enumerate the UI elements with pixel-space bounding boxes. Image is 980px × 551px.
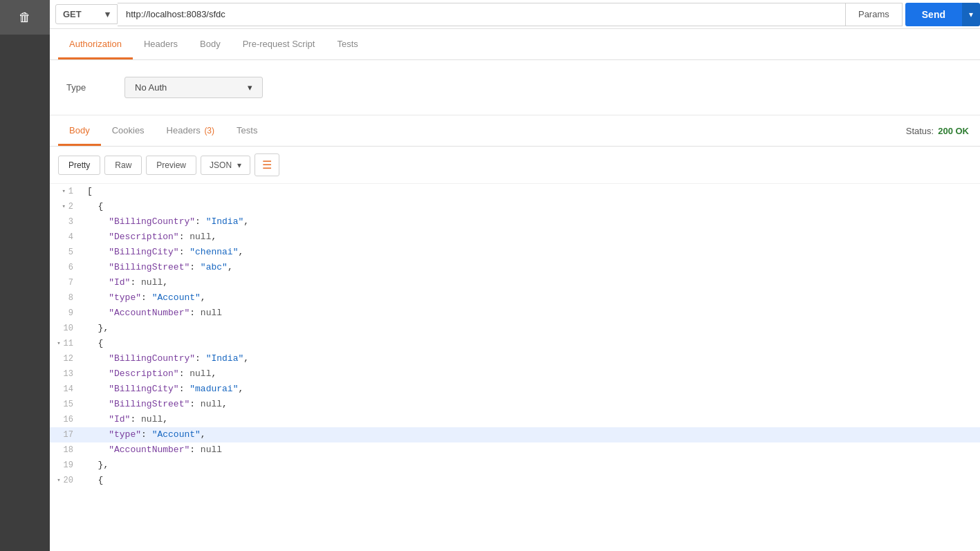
tab-body[interactable]: Body <box>189 29 232 59</box>
code-content-8: "type": "Account", <box>84 290 206 306</box>
code-line-1: ▾ 1 [ <box>50 184 980 199</box>
code-content-16: "Id": null, <box>84 412 168 427</box>
code-content-7: "Id": null, <box>84 275 168 290</box>
auth-type-value: No Auth <box>135 82 167 93</box>
line-number-13: 13 <box>50 366 84 382</box>
code-content-20: { <box>84 473 103 488</box>
status-value: 200 OK <box>938 126 969 136</box>
status-area: Status: 200 OK <box>906 126 980 136</box>
code-content-5: "BillingCity": "chennai", <box>84 245 243 260</box>
code-line-5: 5 "BillingCity": "chennai", <box>50 245 980 260</box>
tab-tests[interactable]: Tests <box>326 29 369 59</box>
res-tab-cookies[interactable]: Cookies <box>101 115 156 146</box>
line-number-2: ▾ 2 <box>50 199 84 214</box>
code-line-15: 15 "BillingStreet": null, <box>50 397 980 412</box>
status-label: Status: <box>906 126 934 136</box>
url-input[interactable] <box>118 3 846 26</box>
code-line-20: ▾ 20 { <box>50 473 980 488</box>
code-content-14: "BillingCity": "madurai", <box>84 382 243 397</box>
code-content-11: { <box>84 336 103 351</box>
send-group: Send ▾ <box>905 3 980 26</box>
send-dropdown-button[interactable]: ▾ <box>962 3 980 26</box>
code-line-12: 12 "BillingCountry": "India", <box>50 351 980 366</box>
method-value: GET <box>63 9 82 19</box>
request-tabs: Authorization Headers Body Pre-request S… <box>50 29 980 60</box>
code-area: ▾ 1 [ ▾ 2 { 3 "BillingCountry": "India",… <box>50 184 980 488</box>
res-tab-tests[interactable]: Tests <box>225 115 268 146</box>
code-line-13: 13 "Description": null, <box>50 366 980 382</box>
code-content-10: }, <box>84 321 109 336</box>
res-tab-headers-label: Headers <box>167 125 201 136</box>
code-content-4: "Description": null, <box>84 230 216 245</box>
code-line-18: 18 "AccountNumber": null <box>50 442 980 458</box>
auth-type-select[interactable]: No Auth ▾ <box>124 77 263 98</box>
line-number-14: 14 <box>50 382 84 397</box>
line-number-4: 4 <box>50 230 84 245</box>
tab-authorization[interactable]: Authorization <box>58 29 133 59</box>
pretty-button[interactable]: Pretty <box>58 156 100 175</box>
code-line-9: 9 "AccountNumber": null <box>50 306 980 321</box>
method-chevron-icon: ▾ <box>105 9 110 19</box>
line-number-7: 7 <box>50 275 84 290</box>
code-line-19: 19 }, <box>50 458 980 473</box>
code-line-4: 4 "Description": null, <box>50 230 980 245</box>
code-line-17: 17 "type": "Account", <box>50 427 980 442</box>
fold-icon-1[interactable]: ▾ <box>62 184 65 199</box>
line-number-3: 3 <box>50 214 84 230</box>
code-content-17: "type": "Account", <box>84 427 206 442</box>
wrap-icon: ☰ <box>262 158 272 171</box>
code-line-16: 16 "Id": null, <box>50 412 980 427</box>
code-line-6: 6 "BillingStreet": "abc", <box>50 260 980 275</box>
code-content-13: "Description": null, <box>84 366 216 382</box>
auth-row: Type No Auth ▾ <box>66 77 963 98</box>
wrap-button[interactable]: ☰ <box>255 153 279 176</box>
line-number-1: ▾ 1 <box>50 184 84 199</box>
format-chevron-icon: ▾ <box>237 160 241 170</box>
code-line-8: 8 "type": "Account", <box>50 290 980 306</box>
res-tab-body[interactable]: Body <box>58 115 101 146</box>
left-sidebar: 🗑 <box>0 0 50 488</box>
line-number-19: 19 <box>50 458 84 473</box>
line-number-5: 5 <box>50 245 84 260</box>
auth-section: Type No Auth ▾ <box>50 60 980 115</box>
fold-icon-11[interactable]: ▾ <box>57 336 60 351</box>
line-number-12: 12 <box>50 351 84 366</box>
top-bar: GET ▾ Params Send ▾ <box>50 0 980 29</box>
line-number-20: ▾ 20 <box>50 473 84 488</box>
line-number-9: 9 <box>50 306 84 321</box>
raw-button[interactable]: Raw <box>104 156 142 175</box>
line-number-10: 10 <box>50 321 84 336</box>
res-tab-headers[interactable]: Headers (3) <box>156 115 225 146</box>
line-number-16: 16 <box>50 412 84 427</box>
code-content-3: "BillingCountry": "India", <box>84 214 249 230</box>
fold-icon-2[interactable]: ▾ <box>62 199 65 214</box>
response-tabs: Body Cookies Headers (3) Tests Status: 2… <box>50 115 980 147</box>
code-content-1: [ <box>84 184 93 199</box>
code-line-3: 3 "BillingCountry": "India", <box>50 214 980 230</box>
tab-headers[interactable]: Headers <box>133 29 189 59</box>
code-content-18: "AccountNumber": null <box>84 442 222 458</box>
format-toolbar: Pretty Raw Preview JSON ▾ ☰ <box>50 147 980 184</box>
code-content-9: "AccountNumber": null <box>84 306 222 321</box>
params-button[interactable]: Params <box>846 3 903 26</box>
code-content-2: { <box>84 199 103 214</box>
code-content-6: "BillingStreet": "abc", <box>84 260 233 275</box>
fold-icon-20[interactable]: ▾ <box>57 473 60 488</box>
code-line-7: 7 "Id": null, <box>50 275 980 290</box>
trash-icon[interactable]: 🗑 <box>0 0 50 35</box>
line-number-17: 17 <box>50 427 84 442</box>
tab-pre-request-script[interactable]: Pre-request Script <box>232 29 326 59</box>
code-content-12: "BillingCountry": "India", <box>84 351 249 366</box>
format-select[interactable]: JSON ▾ <box>201 156 250 175</box>
method-select[interactable]: GET ▾ <box>55 4 118 24</box>
line-number-6: 6 <box>50 260 84 275</box>
preview-button[interactable]: Preview <box>146 156 196 175</box>
send-button[interactable]: Send <box>905 3 962 26</box>
code-line-14: 14 "BillingCity": "madurai", <box>50 382 980 397</box>
format-value: JSON <box>210 160 232 170</box>
code-content-19: }, <box>84 458 109 473</box>
auth-chevron-icon: ▾ <box>248 82 252 93</box>
code-line-2: ▾ 2 { <box>50 199 980 214</box>
auth-type-label: Type <box>66 82 108 93</box>
line-number-15: 15 <box>50 397 84 412</box>
